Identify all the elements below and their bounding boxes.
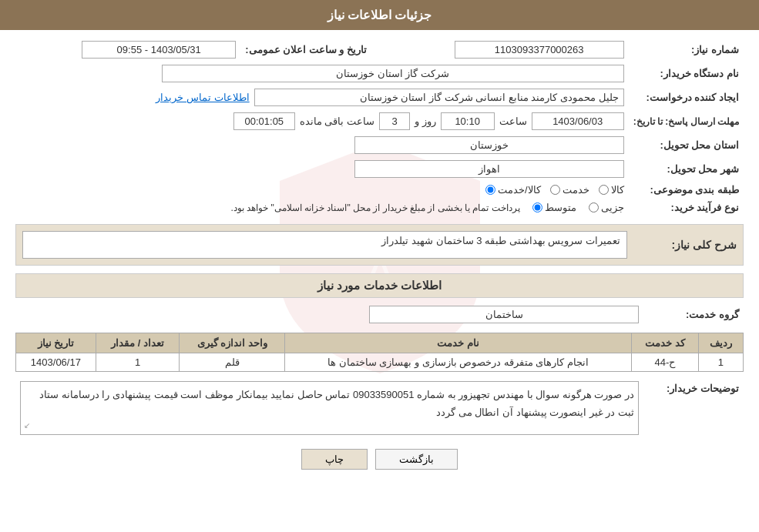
tozihat-text: در صورت هرگونه سوال با مهندس تجهیزور به … [39,389,634,418]
tarif-kala-radio[interactable] [599,185,609,195]
cell-tedad: 1 [96,353,180,372]
noe-motavasset[interactable]: متوسط [532,202,576,213]
mohlat-saat: 10:10 [441,112,495,130]
mohlat-baghimande: 00:01:05 [233,112,295,130]
shomareNiaz-value: 1103093377000263 [455,41,624,59]
col-nam: نام خدمت [285,333,632,353]
ettelaat-tamas-link[interactable]: اطلاعات تماس خریدار [156,92,249,103]
shahrTahvil-value: اهواز [354,160,624,178]
mohlat-roz: 3 [379,112,410,130]
page-header: جزئیات اطلاعات نیاز [0,0,759,30]
services-table: ردیف کد خدمت نام خدمت واحد اندازه گیری ت… [15,333,744,372]
content-inner: شماره نیاز: 1103093377000263 تاریخ و ساع… [15,38,744,470]
cell-radif: 1 [698,353,743,372]
noeFarayand-label: نوع فرآیند خرید: [629,199,744,216]
tarif-khedmat[interactable]: خدمت [550,184,589,196]
noe-jozei-label: جزیی [601,202,624,213]
mohlat-date: 1403/06/03 [532,112,624,130]
sharhNiaz-table: شرح کلی نیاز: تعمیرات سرویس بهداشتی طبقه… [21,229,738,260]
tarif-khedmat-label: خدمت [563,184,589,196]
btn-group: بازگشت چاپ [15,449,744,470]
baghimande-label: ساعت باقی مانده [300,115,374,127]
gerohe-table: گروه خدمت: ساختمان [15,303,744,326]
saat-label: ساعت [499,115,527,127]
namDastgah-label: نام دستگاه خریدار: [629,62,744,85]
ostanTahvil-label: استان محل تحویل: [629,133,744,157]
cell-vahed: قلم [180,353,285,372]
col-vahed: واحد اندازه گیری [180,333,285,353]
mohlat-row: 1403/06/03 ساعت 10:10 روز و 3 ساعت باقی … [20,112,624,130]
content-area: A شماره نیاز: 1103093377000263 تاریخ و س… [0,30,759,485]
sharhNiaz-section-title: شرح کلی نیاز: تعمیرات سرویس بهداشتی طبقه… [15,224,744,266]
ijadKonande-label: ایجاد کننده درخواست: [629,85,744,109]
col-tedad: تعداد / مقدار [96,333,180,353]
sharhNiaz-value: تعمیرات سرویس بهداشتی طبقه 3 ساختمان شهی… [22,231,627,259]
geroheKhedamat-value: ساختمان [369,306,639,323]
tarikhAelan-label: تاریخ و ساعت اعلان عمومی: [240,38,382,62]
tarif-radio-group: کالا خدمت کالا/خدمت [20,184,624,196]
print-button[interactable]: چاپ [301,449,368,470]
roz-label: روز و [415,115,436,127]
noe-motavasset-label: متوسط [545,202,576,213]
ijad-row: جلیل محمودی کارمند منابع انسانی شرکت گاز… [20,89,624,106]
noe-farayand-row: جزیی متوسط پرداخت تمام یا بخشی از مبلغ خ… [20,202,624,213]
back-button[interactable]: بازگشت [375,449,458,470]
ostanTahvil-value: خوزستان [354,136,624,154]
noe-desc: پرداخت تمام یا بخشی از مبلغ خریدار از مح… [230,202,519,213]
shomareNiaz-label: شماره نیاز: [629,38,744,62]
tarif-kala-label: کالا [611,184,624,196]
tarikhAelan-value: 1403/05/31 - 09:55 [82,41,236,59]
tozihatKhridar-value: در صورت هرگونه سوال با مهندس تجهیزور به … [20,381,639,435]
page-wrapper: جزئیات اطلاعات نیاز A شماره نیاز: 110309… [0,0,759,532]
tozihat-table: توضیحات خریدار: در صورت هرگونه سوال با م… [15,378,744,438]
resize-handle: ↙ [24,419,30,433]
info-table-top: شماره نیاز: 1103093377000263 تاریخ و ساع… [15,38,744,216]
tarif-kalakhedmat[interactable]: کالا/خدمت [485,184,541,196]
namDastgah-value: شرکت گاز استان خوزستان [162,65,624,82]
col-kod: کد خدمت [632,333,699,353]
tarif-label: طبقه بندی موضوعی: [629,181,744,199]
noe-jozei-radio[interactable] [589,202,599,212]
tarif-kalakhedmat-label: کالا/خدمت [498,184,541,196]
noe-motavasset-radio[interactable] [532,202,542,212]
page-title: جزئیات اطلاعات نیاز [327,8,432,22]
mohlat-label: مهلت ارسال پاسخ: تا تاریخ: [629,109,744,133]
ijadKonande-value: جلیل محمودی کارمند منابع انسانی شرکت گاز… [254,89,624,106]
col-tarikh: تاریخ نیاز [16,333,96,353]
tarif-kala[interactable]: کالا [599,184,624,196]
cell-kodKhedmat: ح-44 [632,353,699,372]
tarif-khedmat-radio[interactable] [550,185,560,195]
ettelaatKhedamat-title: اطلاعات خدمات مورد نیاز [15,273,744,298]
shahrTahvil-label: شهر محل تحویل: [629,157,744,181]
tarif-kalakhedmat-radio[interactable] [485,185,495,195]
sharhNiaz-label: شرح کلی نیاز: [629,231,737,259]
noe-jozei[interactable]: جزیی [589,202,624,213]
cell-tarikh: 1403/06/17 [16,353,96,372]
col-radif: ردیف [698,333,743,353]
geroheKhedamat-label: گروه خدمت: [643,303,744,326]
table-row: 1ح-44انجام کارهای متفرقه درخصوص بازسازی … [16,353,744,372]
cell-namKhedmat: انجام کارهای متفرقه درخصوص بازسازی و بهس… [285,353,632,372]
tozihatKhridar-label: توضیحات خریدار: [643,378,744,438]
